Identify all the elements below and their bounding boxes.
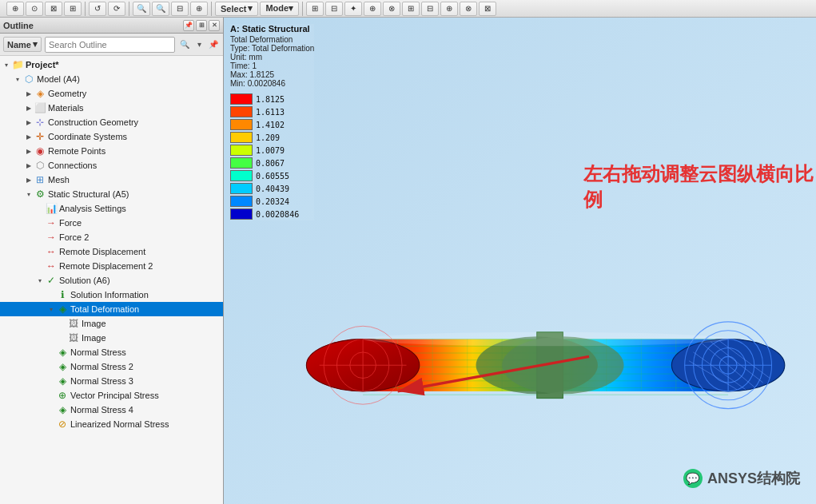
tree-icon-model: ⬡ (22, 73, 35, 85)
tree-expand-remote_disp2[interactable] (35, 261, 45, 271)
tree-item-vector[interactable]: ⊕Vector Principal Stress (0, 388, 223, 403)
toolbar-btn-15[interactable]: ⊕ (440, 2, 458, 16)
divider-2 (129, 2, 129, 16)
outline-float-btn[interactable]: ⊞ (196, 20, 207, 31)
legend-panel: A: Static Structural Total Deformation T… (230, 24, 314, 220)
toolbar-btn-zoom-in[interactable]: 🔍 (133, 2, 150, 16)
toolbar-btn-7[interactable]: ⊕ (190, 2, 208, 16)
outline-pin-btn[interactable]: 📌 (183, 20, 194, 31)
tree-expand-total_def[interactable]: ▾ (46, 304, 56, 314)
toolbar-btn-6[interactable]: ⟳ (108, 2, 125, 16)
toolbar-btn-16[interactable]: ⊗ (460, 2, 477, 16)
tree-item-normal4[interactable]: ◈Normal Stress 4 (0, 403, 223, 417)
tree-expand-normal2[interactable] (46, 362, 56, 371)
tree-item-image1[interactable]: 🖼Image (0, 316, 223, 331)
legend-title: A: Static Structural (230, 24, 314, 34)
toolbar-btn-10[interactable]: ✦ (344, 2, 362, 16)
select-button[interactable]: Select ▾ (215, 2, 258, 16)
view-panel[interactable]: A: Static Structural Total Deformation T… (224, 18, 816, 504)
tree-item-remote_disp2[interactable]: ↔Remote Displacement 2 (0, 259, 223, 273)
tree-expand-coordinate[interactable]: ▶ (24, 132, 34, 141)
tree-expand-geometry[interactable]: ▶ (24, 89, 34, 98)
toolbar-btn-5[interactable]: ↺ (89, 2, 106, 16)
toolbar-btn-3[interactable]: ⊠ (45, 2, 62, 16)
tree-label-construction: Construction Geometry (48, 117, 138, 127)
mode-button[interactable]: Mode▾ (260, 2, 299, 16)
tree-item-sol_info[interactable]: ℹSolution Information (0, 288, 223, 302)
tree-icon-connections: ⬡ (34, 159, 46, 172)
tree-item-total_def[interactable]: ▾◈Total Deformation (0, 302, 223, 316)
tree-item-normal3[interactable]: ◈Normal Stress 3 (0, 374, 223, 388)
tree-item-normal2[interactable]: ◈Normal Stress 2 (0, 359, 223, 374)
tree-item-linearized[interactable]: ⊘Linearized Normal Stress (0, 417, 223, 431)
tree-expand-materials[interactable]: ▶ (24, 103, 34, 113)
tree-expand-sol_info[interactable] (46, 290, 56, 300)
tree-item-model[interactable]: ▾⬡Model (A4) (0, 72, 223, 86)
tree-label-total_def: Total Deformation (70, 304, 139, 314)
tree-item-geometry[interactable]: ▶◈Geometry (0, 86, 223, 101)
tree-item-mesh[interactable]: ▶⊞Mesh (0, 173, 223, 187)
toolbar-btn-4[interactable]: ⊞ (64, 2, 82, 16)
tree-expand-vector[interactable] (46, 391, 56, 400)
tree-expand-image1[interactable] (58, 319, 67, 328)
tree-item-force2[interactable]: →Force 2 (0, 230, 223, 244)
tree-label-sol_info: Solution Information (70, 290, 149, 300)
legend-min: Min: 0.0020846 (230, 79, 314, 88)
tree-item-solution[interactable]: ▾✓Solution (A6) (0, 273, 223, 288)
tree-expand-remote[interactable]: ▶ (24, 146, 34, 156)
tree-expand-normal3[interactable] (46, 376, 56, 386)
toolbar-btn-zoom-fit[interactable]: ⊟ (171, 2, 189, 16)
toolbar-btn-17[interactable]: ⊠ (479, 2, 496, 16)
outline-close-btn[interactable]: ✕ (209, 20, 220, 31)
toolbar-btn-8[interactable]: ⊞ (306, 2, 324, 16)
tree-item-normal1[interactable]: ◈Normal Stress (0, 345, 223, 359)
toolbar-btn-14[interactable]: ⊟ (421, 2, 439, 16)
tree-item-connections[interactable]: ▶⬡Connections (0, 158, 223, 173)
tree-label-vector: Vector Principal Stress (70, 391, 159, 400)
tree-expand-model[interactable]: ▾ (13, 74, 22, 84)
tree-expand-linearized[interactable] (46, 419, 56, 429)
search-icon[interactable]: 🔍 (178, 38, 191, 51)
tree-item-materials[interactable]: ▶⬜Materials (0, 101, 223, 115)
tree-expand-connections[interactable]: ▶ (24, 161, 34, 170)
legend-value-1: 1.6113 (256, 108, 285, 117)
legend-color-9 (230, 208, 253, 220)
tree-expand-construction[interactable]: ▶ (24, 117, 34, 127)
tree-expand-mesh[interactable]: ▶ (24, 175, 34, 185)
toolbar-btn-13[interactable]: ⊞ (402, 2, 420, 16)
tree-expand-remote_disp1[interactable] (35, 247, 45, 256)
tree-item-remote[interactable]: ▶◉Remote Points (0, 144, 223, 158)
legend-row-5: 0.8067 (230, 157, 314, 169)
tree-item-image2[interactable]: 🖼Image (0, 331, 223, 345)
tree-item-construction[interactable]: ▶⊹Construction Geometry (0, 115, 223, 129)
tree-item-force1[interactable]: →Force (0, 216, 223, 230)
name-dropdown[interactable]: Name ▾ (3, 37, 42, 52)
toolbar-btn-11[interactable]: ⊕ (364, 2, 381, 16)
search-filter-icon[interactable]: ▾ (193, 38, 205, 51)
toolbar-btn-2[interactable]: ⊙ (26, 2, 43, 16)
tree-expand-force1[interactable] (35, 218, 45, 228)
tree-expand-image2[interactable] (58, 333, 67, 343)
toolbar-btn-12[interactable]: ⊗ (383, 2, 400, 16)
tree-expand-normal1[interactable] (46, 347, 56, 357)
toolbar-btn-zoom-out[interactable]: 🔍 (152, 2, 169, 16)
divider-3 (211, 2, 212, 16)
tree-item-analysis[interactable]: 📊Analysis Settings (0, 201, 223, 216)
tree-item-remote_disp1[interactable]: ↔Remote Displacement (0, 244, 223, 259)
tree-expand-solution[interactable]: ▾ (35, 276, 45, 285)
tree-item-coordinate[interactable]: ▶✛Coordinate Systems (0, 129, 223, 144)
search-pin-icon[interactable]: 📌 (207, 38, 220, 51)
tree-expand-project[interactable]: ▾ (2, 60, 11, 69)
tree-expand-normal4[interactable] (46, 405, 56, 415)
legend-value-8: 0.20324 (256, 197, 289, 206)
toolbar-btn-1[interactable]: ⊕ (6, 2, 24, 16)
tree-expand-analysis[interactable] (35, 204, 45, 213)
tree-item-project[interactable]: ▾📁Project* (0, 58, 223, 72)
select-arrow-icon: ▾ (248, 3, 253, 14)
toolbar-btn-9[interactable]: ⊟ (325, 2, 343, 16)
name-label-text: Name (7, 40, 31, 50)
tree-expand-static[interactable]: ▾ (24, 189, 34, 199)
tree-item-static[interactable]: ▾⚙Static Structural (A5) (0, 187, 223, 201)
search-input[interactable] (45, 37, 175, 53)
tree-expand-force2[interactable] (35, 232, 45, 242)
